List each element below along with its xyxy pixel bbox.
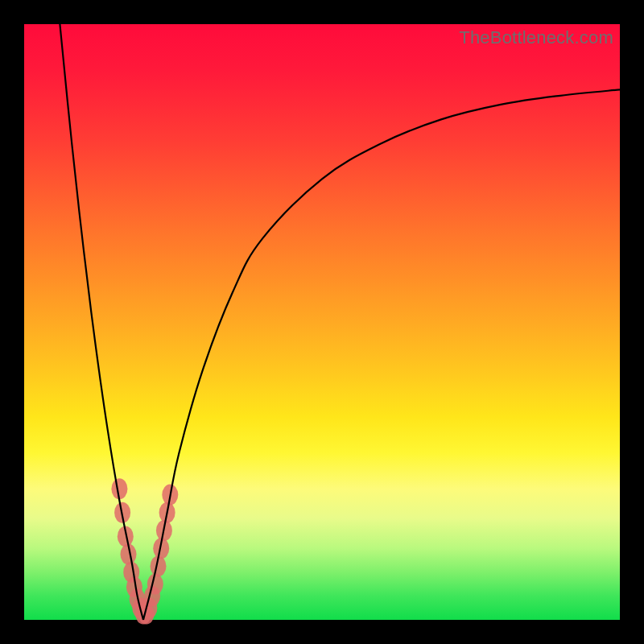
marker-blob bbox=[147, 574, 163, 595]
plot-area: TheBottleneck.com bbox=[24, 24, 620, 620]
chart-frame: TheBottleneck.com bbox=[0, 0, 644, 644]
curve-right-branch bbox=[143, 89, 620, 620]
chart-overlay bbox=[24, 24, 620, 620]
marker-blobs bbox=[111, 478, 178, 624]
